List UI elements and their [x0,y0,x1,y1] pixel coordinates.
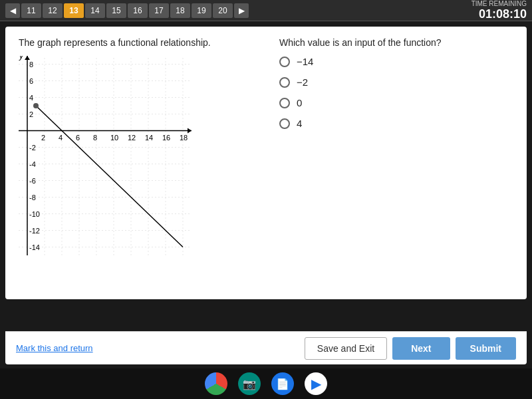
choice-label-0: 0 [297,97,302,108]
play-icon[interactable]: ▶ [305,372,327,395]
choice-neg14[interactable]: −14 [279,56,513,67]
left-section: The graph represents a functional relati… [19,37,253,255]
next-button[interactable]: Next [392,337,450,360]
page-15[interactable]: 15 [106,3,126,18]
choice-label-4: 4 [297,118,302,129]
page-16[interactable]: 16 [128,3,148,18]
page-19[interactable]: 19 [192,3,211,18]
page-12[interactable]: 12 [43,3,63,18]
radio-4[interactable] [279,118,290,129]
graph-description: The graph represents a functional relati… [19,37,253,48]
choice-label-neg14: −14 [297,56,313,67]
chrome-icon[interactable] [205,372,227,395]
top-navigation: ◀ 11 12 13 14 15 16 17 18 19 20 ▶ TIME R… [0,0,532,21]
choice-4[interactable]: 4 [279,118,513,129]
bottom-bar: Mark this and return Save and Exit Next … [5,331,527,364]
choice-label-neg2: −2 [297,76,308,88]
page-18[interactable]: 18 [170,3,190,18]
graph-container [19,56,192,255]
mark-return-link[interactable]: Mark this and return [16,343,93,353]
page-17[interactable]: 17 [149,3,169,18]
timer-label: TIME REMAINING [471,0,527,7]
page-navigation: ◀ 11 12 13 14 15 16 17 18 19 20 ▶ [5,3,249,18]
choice-neg2[interactable]: −2 [279,76,513,88]
timer-value: 01:08:10 [471,7,527,21]
page-14[interactable]: 14 [85,3,105,18]
page-20[interactable]: 20 [213,3,233,18]
taskbar: 📷 📄 ▶ [0,368,532,399]
question-prompt: Which value is an input of the function? [279,37,513,48]
prev-page-button[interactable]: ◀ [5,3,20,18]
answer-choices: −14 −2 0 4 [279,56,513,129]
radio-neg14[interactable] [279,57,290,67]
main-content: The graph represents a functional relati… [5,27,527,299]
save-exit-button[interactable]: Save and Exit [305,337,387,360]
docs-icon[interactable]: 📄 [271,372,294,395]
page-13[interactable]: 13 [64,3,84,18]
action-buttons: Save and Exit Next Submit [305,337,516,360]
submit-button[interactable]: Submit [456,337,516,360]
next-page-button[interactable]: ▶ [234,3,249,18]
question-row: The graph represents a functional relati… [19,37,513,255]
timer-area: TIME REMAINING 01:08:10 [471,0,527,21]
right-section: Which value is an input of the function?… [279,37,513,255]
choice-0[interactable]: 0 [279,97,513,108]
radio-0[interactable] [279,98,290,108]
page-11[interactable]: 11 [21,3,41,18]
meet-icon[interactable]: 📷 [238,372,261,395]
graph-canvas [19,56,192,255]
radio-neg2[interactable] [279,77,290,88]
